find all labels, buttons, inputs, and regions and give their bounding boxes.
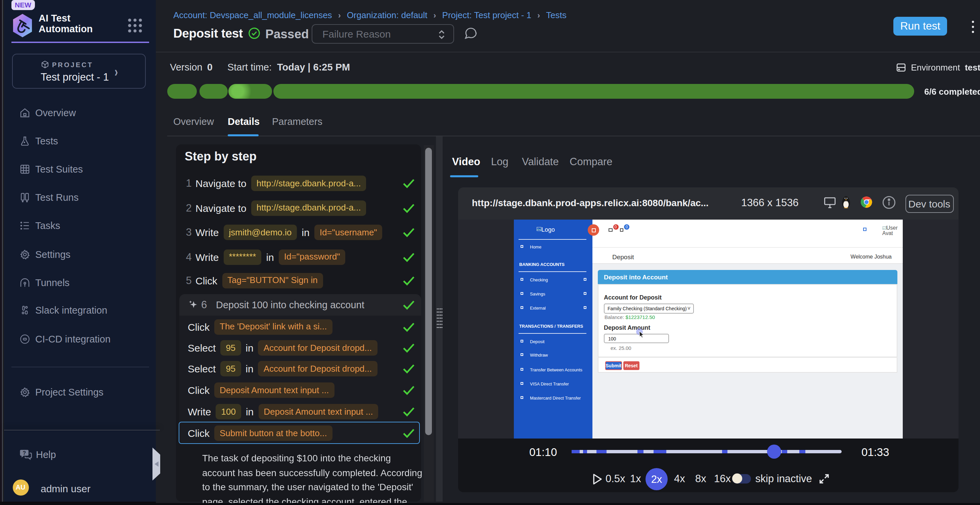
svg-text:?: ? — [22, 450, 25, 456]
